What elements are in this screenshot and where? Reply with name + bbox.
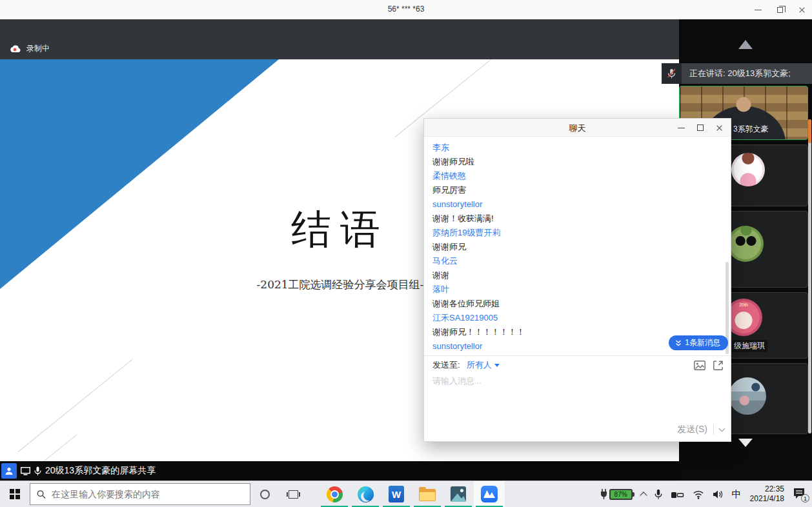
task-view-button[interactable] xyxy=(279,481,307,507)
chat-message-list: 李东 谢谢师兄啦 柔情铁憨 师兄厉害 sunstorytellor 谢谢！收获满… xyxy=(424,137,726,355)
slide-title: 结语 xyxy=(243,203,437,257)
chat-message: 谢谢师兄啦 xyxy=(432,155,726,169)
recording-label: 录制中 xyxy=(26,43,50,54)
send-button[interactable]: 发送(S) xyxy=(677,424,707,435)
avatar-text: 20th xyxy=(739,303,748,307)
windows-taskbar: W 87% xyxy=(0,481,812,507)
wifi-icon[interactable] xyxy=(693,490,704,499)
action-center-button[interactable]: 1 xyxy=(793,487,807,501)
chat-window: 聊天 李东 谢谢师兄啦 柔情铁憨 师兄厉害 sunstorytellor 谢谢！… xyxy=(423,118,731,442)
chat-divider xyxy=(424,355,731,356)
chat-maximize-button[interactable] xyxy=(697,124,704,131)
new-message-pill[interactable]: 1条新消息 xyxy=(669,335,728,350)
mic-muted-icon xyxy=(667,68,676,79)
chevron-down-icon xyxy=(494,364,500,367)
chrome-icon xyxy=(327,486,343,502)
battery-icon: 87% xyxy=(609,489,633,500)
sharer-avatar xyxy=(1,463,17,479)
window-titlebar: 56* *** *63 xyxy=(0,0,812,19)
bottom-strip: 20级13系郭文豪的屏幕共享 xyxy=(0,461,679,481)
tray-mic-icon[interactable] xyxy=(655,489,662,500)
ime-indicator[interactable]: 中 xyxy=(732,488,742,501)
window-minimize-button[interactable] xyxy=(755,10,762,10)
chat-message: 谢谢！收获满满! xyxy=(432,212,726,226)
screen-share-icon xyxy=(21,467,30,475)
recording-indicator[interactable]: 录制中 xyxy=(10,43,50,54)
scroll-up-arrow-icon[interactable] xyxy=(738,40,753,49)
sidebar-scrollbar-track[interactable] xyxy=(808,119,811,433)
chat-sender: 落叶 xyxy=(432,283,726,297)
participant-avatar xyxy=(729,377,766,415)
participant-name-label: 级施瑞琪 xyxy=(731,340,767,352)
chat-minimize-button[interactable] xyxy=(678,128,685,128)
tray-device-icon[interactable] xyxy=(671,490,684,499)
chat-sender: 江禾SA19219005 xyxy=(432,311,726,325)
meeting-app-window: 56* *** *63 录制中 结语 -2021工院选调经验分享会项目组- xyxy=(0,0,812,507)
slide-decorative-line xyxy=(18,359,133,452)
chat-sender: sunstorytellor xyxy=(432,197,726,212)
taskbar-clock[interactable]: 22:35 2021/4/18 xyxy=(750,484,784,504)
cortana-icon xyxy=(260,490,270,499)
taskbar-app-edge[interactable] xyxy=(350,481,381,507)
share-banner-text: 20级13系郭文豪的屏幕共享 xyxy=(45,465,156,477)
meeting-id-title: 56* *** *63 xyxy=(0,5,812,14)
meeting-app-icon xyxy=(481,486,498,502)
message-input[interactable]: 请输入消息... xyxy=(432,375,482,387)
send-options-chevron-icon[interactable] xyxy=(719,425,726,432)
window-close-button[interactable] xyxy=(798,6,806,14)
participant-avatar xyxy=(731,153,765,186)
new-message-count: 1条新消息 xyxy=(685,337,720,348)
word-icon: W xyxy=(389,486,404,502)
tray-overflow-chevron-icon[interactable] xyxy=(640,492,647,499)
chat-sender: 马化云 xyxy=(432,254,726,268)
taskbar-app-explorer[interactable] xyxy=(412,481,443,507)
battery-percent: 87% xyxy=(614,491,627,498)
edge-icon xyxy=(358,486,374,502)
scroll-down-arrow-icon[interactable] xyxy=(738,439,753,447)
now-speaking-banner: 正在讲话: 20级13系郭文豪; xyxy=(662,63,812,84)
battery-status[interactable]: 87% xyxy=(600,488,633,500)
sidebar-scrollbar-thumb[interactable] xyxy=(808,119,811,143)
taskbar-app-photos[interactable] xyxy=(443,481,474,507)
mic-icon xyxy=(34,466,41,475)
double-chevron-down-icon xyxy=(675,340,682,346)
chat-message: 谢谢师兄 xyxy=(432,240,726,254)
taskbar-search-box[interactable] xyxy=(30,483,250,505)
taskbar-app-chrome[interactable] xyxy=(319,481,350,507)
screen-share-banner[interactable]: 20级13系郭文豪的屏幕共享 xyxy=(1,463,161,479)
send-to-dropdown[interactable]: 所有人 xyxy=(467,359,500,371)
start-button[interactable] xyxy=(0,481,30,507)
participant-name-label: 3系郭文豪 xyxy=(733,124,769,135)
window-restore-button[interactable] xyxy=(777,7,783,13)
divider xyxy=(713,424,714,435)
send-image-icon[interactable] xyxy=(694,361,705,370)
task-view-icon xyxy=(289,490,298,499)
search-input[interactable] xyxy=(52,489,243,499)
chat-close-button[interactable] xyxy=(716,124,723,132)
meeting-toolbar-area: 录制中 xyxy=(0,19,679,59)
chat-titlebar[interactable]: 聊天 xyxy=(424,119,731,137)
person-icon xyxy=(5,466,14,475)
chat-sender: 柔情铁憨 xyxy=(432,169,726,183)
chat-sender: 苏纳所19级曹开莉 xyxy=(432,226,726,240)
recording-cloud-icon xyxy=(10,45,21,53)
photos-icon xyxy=(451,486,466,502)
taskbar-app-word[interactable]: W xyxy=(381,481,412,507)
slide-corner-triangle xyxy=(0,59,279,289)
send-to-label: 发送至: xyxy=(432,359,460,371)
speaking-banner-text: 正在讲话: 20级13系郭文豪; xyxy=(682,63,812,84)
search-icon xyxy=(37,490,46,499)
clock-date: 2021/4/18 xyxy=(750,494,784,504)
chat-message: 师兄厉害 xyxy=(432,183,726,197)
send-to-value: 所有人 xyxy=(467,359,492,371)
file-explorer-icon xyxy=(419,489,436,501)
taskbar-app-meeting[interactable] xyxy=(474,481,505,507)
windows-logo-icon xyxy=(10,489,20,499)
participant-avatar xyxy=(727,226,764,262)
speaker-icon[interactable] xyxy=(713,490,724,499)
clock-time: 22:35 xyxy=(750,484,784,494)
notification-count-badge: 1 xyxy=(801,494,809,502)
screen-capture-icon[interactable] xyxy=(713,361,723,370)
slide-decorative-line xyxy=(8,434,77,461)
cortana-button[interactable] xyxy=(250,481,279,507)
